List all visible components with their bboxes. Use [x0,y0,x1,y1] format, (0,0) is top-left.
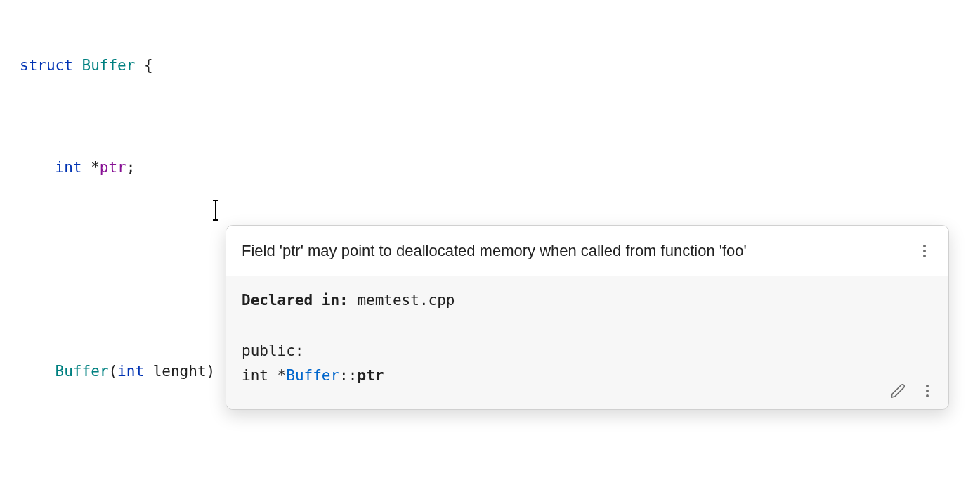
sig-class[interactable]: Buffer [286,367,339,384]
brace-open: { [144,50,153,81]
code-line[interactable]: struct Buffer { [20,50,980,81]
constructor-name: Buffer [55,356,109,387]
star: * [91,152,100,183]
code-line[interactable]: int *ptr; [20,152,980,183]
field-ptr: ptr [100,152,126,183]
semicolon: ; [126,152,136,183]
declared-in-file: memtest.cpp [357,292,455,309]
keyword-int: int [117,356,144,387]
sig-type: int [242,367,277,384]
more-icon [923,245,926,257]
edit-button[interactable] [889,382,906,399]
more-icon [926,385,929,397]
keyword-struct: struct [20,50,73,81]
keyword-int: int [55,152,82,183]
code-line-empty[interactable] [20,457,980,488]
sig-star: * [277,367,287,384]
paren-open: ( [108,356,117,387]
sig-member: ptr [357,367,384,384]
pencil-icon [890,383,906,399]
tooltip-actions [889,382,936,399]
text-cursor-icon [215,201,216,219]
tooltip-warning-message: Field 'ptr' may point to deallocated mem… [242,238,747,263]
access-specifier: public: [242,339,933,364]
paren-close: ) [207,356,216,387]
param-lenght: lenght [153,356,207,387]
sig-scope: :: [339,367,357,384]
more-options-button[interactable] [916,243,933,259]
type-buffer: Buffer [82,50,136,81]
more-options-button[interactable] [919,382,936,399]
tooltip-header: Field 'ptr' may point to deallocated mem… [226,226,948,276]
declared-in-label: Declared in: [242,292,348,309]
hover-tooltip: Field 'ptr' may point to deallocated mem… [226,225,949,410]
tooltip-body: Declared in: memtest.cpp public: int *Bu… [226,276,948,409]
